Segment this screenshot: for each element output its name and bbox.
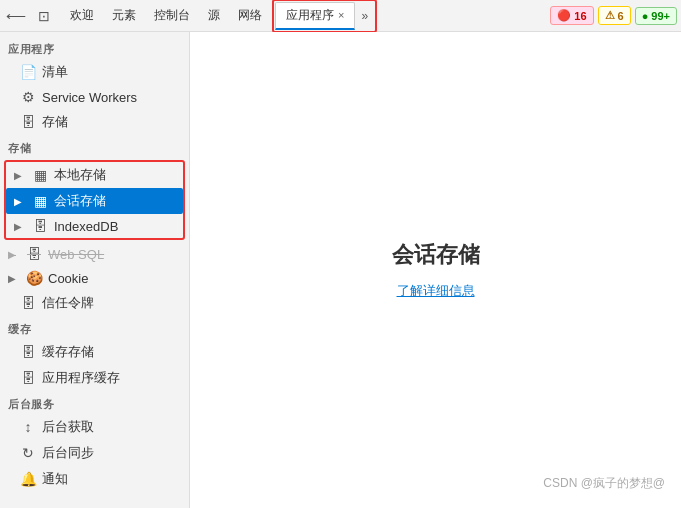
- info-count: 99+: [651, 10, 670, 22]
- sidebar-item-indexeddb[interactable]: ▶ 🗄 IndexedDB: [6, 214, 183, 238]
- sidebar-item-manifest[interactable]: 📄 清单: [0, 59, 189, 85]
- nav-source[interactable]: 源: [200, 3, 228, 28]
- sidebar-item-bg-sync[interactable]: ↻ 后台同步: [0, 440, 189, 466]
- sidebar-item-local-storage[interactable]: ▶ ▦ 本地存储: [6, 162, 183, 188]
- tab-label: 应用程序: [286, 7, 334, 24]
- manifest-icon: 📄: [20, 64, 36, 80]
- main-area: 应用程序 📄 清单 ⚙ Service Workers 🗄 存储 存储 ▶ ▦ …: [0, 32, 681, 508]
- tab-application[interactable]: 应用程序 ×: [275, 2, 355, 30]
- sidebar-item-bg-sync-label: 后台同步: [42, 444, 94, 462]
- status-bar: 🔴 16 ⚠ 6 ● 99+: [550, 6, 677, 25]
- back-icon[interactable]: ⟵: [4, 4, 28, 28]
- dock-icon[interactable]: ⊡: [32, 4, 56, 28]
- tab-highlight-box: 应用程序 × »: [272, 0, 377, 33]
- nav-elements[interactable]: 元素: [104, 3, 144, 28]
- local-storage-icon: ▦: [32, 167, 48, 183]
- storage-section-header: 存储: [0, 135, 189, 158]
- sidebar-item-websql[interactable]: ▶ 🗄 Web SQL: [0, 242, 189, 266]
- sidebar-item-storage-app[interactable]: 🗄 存储: [0, 109, 189, 135]
- indexeddb-icon: 🗄: [32, 218, 48, 234]
- nav-console[interactable]: 控制台: [146, 3, 198, 28]
- info-badge[interactable]: ● 99+: [635, 7, 677, 25]
- service-workers-icon: ⚙: [20, 89, 36, 105]
- toolbar-icons: ⟵ ⊡: [4, 4, 56, 28]
- indexeddb-arrow: ▶: [14, 221, 26, 232]
- tab-close-icon[interactable]: ×: [338, 9, 344, 21]
- sidebar-item-cache-storage[interactable]: 🗄 缓存存储: [0, 339, 189, 365]
- local-storage-arrow: ▶: [14, 170, 26, 181]
- sidebar-item-notify-label: 通知: [42, 470, 68, 488]
- sidebar-item-app-cache[interactable]: 🗄 应用程序缓存: [0, 365, 189, 391]
- sidebar-item-local-storage-label: 本地存储: [54, 166, 106, 184]
- sidebar-item-bg-fetch-label: 后台获取: [42, 418, 94, 436]
- content-learn-more-link[interactable]: 了解详细信息: [397, 282, 475, 300]
- error-badge[interactable]: 🔴 16: [550, 6, 593, 25]
- bg-fetch-icon: ↕: [20, 419, 36, 435]
- sidebar-item-notify[interactable]: 🔔 通知: [0, 466, 189, 492]
- toolbar: ⟵ ⊡ 欢迎 元素 控制台 源 网络 应用程序 × » 🔴 16 ⚠ 6 ● 9…: [0, 0, 681, 32]
- error-icon: 🔴: [557, 9, 571, 22]
- sidebar-item-service-workers-label: Service Workers: [42, 90, 137, 105]
- content-area: 会话存储 了解详细信息 CSDN @疯子的梦想@: [190, 32, 681, 508]
- sidebar-item-session-storage-label: 会话存储: [54, 192, 106, 210]
- sidebar-item-service-workers[interactable]: ⚙ Service Workers: [0, 85, 189, 109]
- sidebar-item-trust-token-label: 信任令牌: [42, 294, 94, 312]
- error-count: 16: [574, 10, 586, 22]
- app-cache-icon: 🗄: [20, 370, 36, 386]
- warning-count: 6: [618, 10, 624, 22]
- sidebar-item-session-storage[interactable]: ▶ ▦ 会话存储: [6, 188, 183, 214]
- storage-highlight-box: ▶ ▦ 本地存储 ▶ ▦ 会话存储 ▶ 🗄 IndexedDB: [4, 160, 185, 240]
- cookie-icon: 🍪: [26, 270, 42, 286]
- sidebar-item-cookie[interactable]: ▶ 🍪 Cookie: [0, 266, 189, 290]
- cache-section-header: 缓存: [0, 316, 189, 339]
- info-icon: ●: [642, 10, 649, 22]
- websql-icon: 🗄: [26, 246, 42, 262]
- sidebar-item-cookie-label: Cookie: [48, 271, 88, 286]
- session-storage-icon: ▦: [32, 193, 48, 209]
- sidebar-item-websql-label: Web SQL: [48, 247, 104, 262]
- warning-badge[interactable]: ⚠ 6: [598, 6, 631, 25]
- sidebar-item-manifest-label: 清单: [42, 63, 68, 81]
- trust-token-icon: 🗄: [20, 295, 36, 311]
- content-title: 会话存储: [392, 240, 480, 270]
- nav-network[interactable]: 网络: [230, 3, 270, 28]
- notify-icon: 🔔: [20, 471, 36, 487]
- app-section-header: 应用程序: [0, 36, 189, 59]
- tab-more-icon[interactable]: »: [355, 5, 374, 27]
- sidebar-item-app-cache-label: 应用程序缓存: [42, 369, 120, 387]
- watermark: CSDN @疯子的梦想@: [543, 475, 665, 492]
- sidebar-item-bg-fetch[interactable]: ↕ 后台获取: [0, 414, 189, 440]
- sidebar: 应用程序 📄 清单 ⚙ Service Workers 🗄 存储 存储 ▶ ▦ …: [0, 32, 190, 508]
- sidebar-item-cache-storage-label: 缓存存储: [42, 343, 94, 361]
- warning-icon: ⚠: [605, 9, 615, 22]
- session-storage-arrow: ▶: [14, 196, 26, 207]
- sidebar-item-storage-app-label: 存储: [42, 113, 68, 131]
- cookie-arrow: ▶: [8, 273, 20, 284]
- websql-arrow: ▶: [8, 249, 20, 260]
- bg-sync-icon: ↻: [20, 445, 36, 461]
- nav-welcome[interactable]: 欢迎: [62, 3, 102, 28]
- sidebar-item-indexeddb-label: IndexedDB: [54, 219, 118, 234]
- storage-app-icon: 🗄: [20, 114, 36, 130]
- sidebar-item-trust-token[interactable]: 🗄 信任令牌: [0, 290, 189, 316]
- toolbar-nav: 欢迎 元素 控制台 源 网络 应用程序 × »: [62, 0, 544, 33]
- cache-storage-icon: 🗄: [20, 344, 36, 360]
- backend-section-header: 后台服务: [0, 391, 189, 414]
